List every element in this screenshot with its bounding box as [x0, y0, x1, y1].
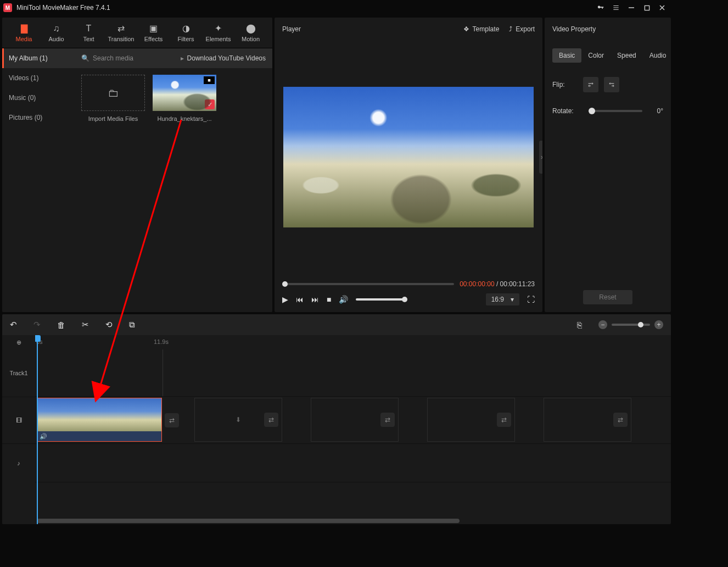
clip-waveform: [37, 431, 161, 441]
tab-effects[interactable]: ▣Effects: [137, 18, 170, 48]
ruler[interactable]: 0s 11.9s: [35, 335, 671, 349]
maximize-button[interactable]: [639, 0, 654, 15]
track-row-video[interactable]: 🔊 ⇄ ⬇⇄ ⇄ ⇄ ⇄: [35, 397, 671, 444]
sidebar-item-music[interactable]: Music (0): [2, 88, 75, 108]
hamburger-icon[interactable]: [608, 0, 624, 15]
close-button[interactable]: [654, 0, 670, 15]
template-button[interactable]: ❖ Template: [463, 25, 500, 33]
tab-label: Elements: [206, 36, 231, 42]
rotate-slider[interactable]: [589, 110, 642, 112]
rotate-value: 0°: [648, 107, 663, 115]
delete-button[interactable]: 🗑: [57, 320, 65, 330]
zoom-in-button[interactable]: +: [654, 320, 663, 329]
transition-icon: ⇄: [117, 23, 125, 34]
prop-tab-basic[interactable]: Basic: [552, 48, 581, 63]
horizontal-scrollbar[interactable]: [37, 519, 460, 523]
add-track-button[interactable]: ⊕: [2, 335, 35, 349]
empty-clip-slot[interactable]: ⬇⇄: [194, 398, 282, 442]
media-panel: ▇Media ♫Audio TText ⇄Transition ▣Effects…: [2, 18, 272, 312]
text-icon: T: [86, 24, 92, 34]
play-button[interactable]: ▶: [282, 295, 288, 304]
next-frame-button[interactable]: ⏭: [311, 295, 319, 304]
property-panel: Video Property Basic Color Speed Audio F…: [545, 18, 671, 312]
split-button[interactable]: ✂: [82, 320, 89, 330]
flip-horizontal-button[interactable]: ⥂: [583, 77, 598, 92]
transition-slot-button[interactable]: ⇄: [613, 413, 628, 427]
volume-icon[interactable]: 🔊: [339, 295, 348, 304]
flip-h-icon: ⥂: [588, 81, 593, 88]
tab-label: Media: [16, 36, 32, 42]
timeline-gutter: ⊕ Track1 🎞 ♪: [2, 335, 35, 524]
playhead[interactable]: [37, 335, 38, 524]
tab-motion[interactable]: ⬤Motion: [234, 18, 267, 48]
app-logo: M: [3, 3, 12, 12]
player-title: Player: [282, 25, 301, 33]
speaker-icon: 🔊: [40, 433, 47, 440]
rotate-label: Rotate:: [552, 107, 583, 115]
reset-button[interactable]: Reset: [583, 290, 632, 304]
sidebar-item-myalbum[interactable]: My Album (1): [2, 48, 75, 68]
zoom-out-button[interactable]: −: [598, 320, 607, 329]
empty-clip-slot[interactable]: ⇄: [544, 398, 631, 442]
expand-handle[interactable]: ›: [539, 141, 542, 174]
prop-tab-color[interactable]: Color: [581, 48, 611, 63]
tab-text[interactable]: TText: [72, 18, 105, 48]
ruler-tick: 11.9s: [154, 338, 169, 345]
sidebar-item-pictures[interactable]: Pictures (0): [2, 108, 75, 127]
speed-button[interactable]: ⟲: [105, 320, 113, 330]
app-title: MiniTool MovieMaker Free 7.4.1: [16, 4, 110, 12]
transition-slot-button[interactable]: ⇄: [380, 413, 395, 427]
download-youtube-button[interactable]: ▸ Download YouTube Videos: [181, 54, 266, 62]
tab-audio[interactable]: ♫Audio: [40, 18, 72, 48]
media-sidebar: My Album (1) Videos (1) Music (0) Pictur…: [2, 48, 75, 312]
export-button[interactable]: ⤴ Export: [509, 25, 535, 33]
prop-tab-audio[interactable]: Audio: [643, 48, 671, 63]
media-tabs: ▇Media ♫Audio TText ⇄Transition ▣Effects…: [2, 18, 272, 48]
fit-to-screen-button[interactable]: ⎘: [577, 320, 582, 330]
sidebar-item-videos[interactable]: Videos (1): [2, 68, 75, 88]
prop-tab-speed[interactable]: Speed: [611, 48, 643, 63]
empty-clip-slot[interactable]: ⇄: [427, 398, 515, 442]
tab-elements[interactable]: ✦Elements: [202, 18, 234, 48]
track-row-audio[interactable]: [35, 444, 671, 482]
tab-filters[interactable]: ◑Filters: [170, 18, 202, 48]
stop-button[interactable]: ■: [327, 295, 331, 304]
time-sep: /: [495, 280, 500, 288]
timeline-clip[interactable]: 🔊: [37, 398, 162, 442]
volume-slider[interactable]: [356, 298, 405, 301]
flip-vertical-button[interactable]: ⥃: [604, 77, 619, 92]
svg-rect-0: [645, 5, 649, 10]
tab-label: Audio: [48, 36, 64, 42]
flip-v-icon: ⥃: [609, 81, 614, 88]
undo-button[interactable]: ↶: [10, 320, 17, 330]
flip-label: Flip:: [552, 81, 583, 88]
media-clip-tile[interactable]: ■ ✓ Hundra_knektars_...: [153, 75, 216, 122]
transition-slot-button[interactable]: ⇄: [497, 413, 511, 427]
redo-button[interactable]: ↷: [33, 320, 41, 330]
minimize-button[interactable]: [624, 0, 639, 15]
seek-slider[interactable]: [282, 283, 454, 285]
crop-button[interactable]: ⧉: [129, 320, 135, 330]
search-input[interactable]: 🔍 Search media: [81, 54, 176, 62]
timecode: 00:00:00:00 / 00:00:11:23: [460, 280, 535, 288]
tab-transition[interactable]: ⇄Transition: [105, 18, 137, 48]
tab-media[interactable]: ▇Media: [8, 18, 40, 48]
import-media-tile[interactable]: 🗀 Import Media Files: [81, 75, 145, 122]
track1-label: Track1: [2, 349, 35, 397]
effects-icon: ▣: [149, 23, 158, 34]
fullscreen-button[interactable]: ⛶: [527, 295, 535, 304]
zoom-slider[interactable]: [612, 324, 650, 326]
titlebar: M MiniTool MovieMaker Free 7.4.1: [0, 0, 673, 15]
transition-slot-button[interactable]: ⇄: [264, 413, 278, 427]
aspect-ratio-select[interactable]: 16:9 ▾: [486, 293, 519, 305]
prev-frame-button[interactable]: ⏮: [296, 295, 304, 304]
download-icon: ⬇: [231, 413, 245, 427]
track-row-overlay[interactable]: [35, 349, 671, 397]
empty-clip-slot[interactable]: ⇄: [311, 398, 399, 442]
preview-canvas[interactable]: [283, 87, 534, 227]
tab-label: Text: [83, 36, 94, 42]
timeline-tracks[interactable]: 0s 11.9s 🔊 ⇄ ⬇⇄ ⇄: [35, 335, 671, 524]
key-icon[interactable]: [593, 0, 608, 15]
download-label: Download YouTube Videos: [187, 54, 266, 62]
time-total: 00:00:11:23: [500, 280, 535, 288]
